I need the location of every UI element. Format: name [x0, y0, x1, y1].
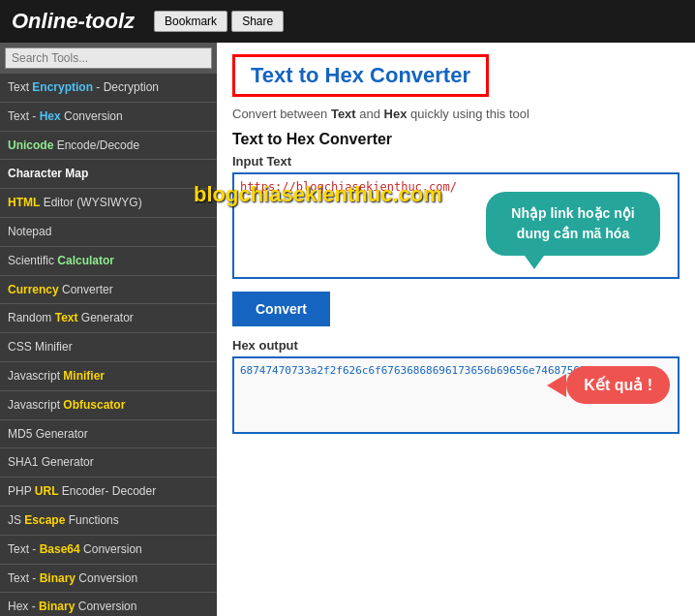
share-button[interactable]: Share	[231, 11, 284, 32]
output-label: Hex output	[232, 338, 680, 353]
sidebar-item-js-obf[interactable]: Javascript Obfuscator	[0, 391, 217, 420]
search-input[interactable]	[5, 47, 212, 69]
header: Online-toolz Bookmark Share	[0, 0, 695, 43]
sidebar-item-base64[interactable]: Text - Base64 Conversion	[0, 536, 217, 565]
sidebar-item-md5[interactable]: MD5 Generator	[0, 420, 217, 449]
input-wrapper: https://blogchiasekienthuc.com/ Nhập lin…	[232, 172, 680, 282]
result-bubble: Kết quả !	[566, 366, 670, 404]
convert-button[interactable]: Convert	[232, 292, 330, 326]
sidebar-item-text-hex[interactable]: Text - Hex Conversion	[0, 103, 217, 132]
sidebar-item-sci-calc[interactable]: Scientific Calculator	[0, 247, 217, 276]
subtitle: Convert between Text and Hex quickly usi…	[232, 107, 680, 121]
sidebar-item-js-escape[interactable]: JS Escape Functions	[0, 507, 217, 536]
sidebar-item-html-editor[interactable]: HTML Editor (WYSIWYG)	[0, 189, 217, 218]
input-label: Input Text	[232, 154, 680, 169]
sidebar-item-hex-binary[interactable]: Hex - Binary Conversion	[0, 593, 217, 616]
sidebar: Text Encryption - Decryption Text - Hex …	[0, 43, 217, 616]
sidebar-item-currency[interactable]: Currency Converter	[0, 276, 217, 305]
sidebar-item-notepad[interactable]: Notepad	[0, 218, 217, 247]
tooltip-bubble: Nhập link hoặc nội dung cần mã hóa	[486, 192, 660, 256]
section-title: Text to Hex Converter	[232, 131, 680, 148]
header-buttons: Bookmark Share	[154, 11, 284, 32]
sidebar-item-php-url[interactable]: PHP URL Encoder- Decoder	[0, 477, 217, 507]
logo: Online-toolz	[12, 9, 135, 34]
sidebar-item-unicode[interactable]: Unicode Encode/Decode	[0, 132, 217, 161]
sidebar-item-text-binary[interactable]: Text - Binary Conversion	[0, 565, 217, 594]
page-title: Text to Hex Converter	[251, 63, 470, 88]
sidebar-search-wrapper	[0, 43, 217, 74]
output-wrapper: 68747470733a2f2f626c6f67636868696173656b…	[232, 356, 680, 437]
bookmark-button[interactable]: Bookmark	[154, 11, 227, 32]
sidebar-item-text-encryption[interactable]: Text Encryption - Decryption	[0, 74, 217, 103]
sidebar-item-char-map[interactable]: Character Map	[0, 160, 217, 189]
page-title-box: Text to Hex Converter	[232, 54, 489, 97]
main-content: Text to Hex Converter Convert between Te…	[217, 43, 695, 616]
sidebar-item-js-min[interactable]: Javascript Minifier	[0, 362, 217, 391]
sidebar-item-sha1[interactable]: SHA1 Generator	[0, 448, 217, 477]
sidebar-item-random-text[interactable]: Random Text Generator	[0, 304, 217, 333]
sidebar-item-css-min[interactable]: CSS Minifier	[0, 333, 217, 362]
